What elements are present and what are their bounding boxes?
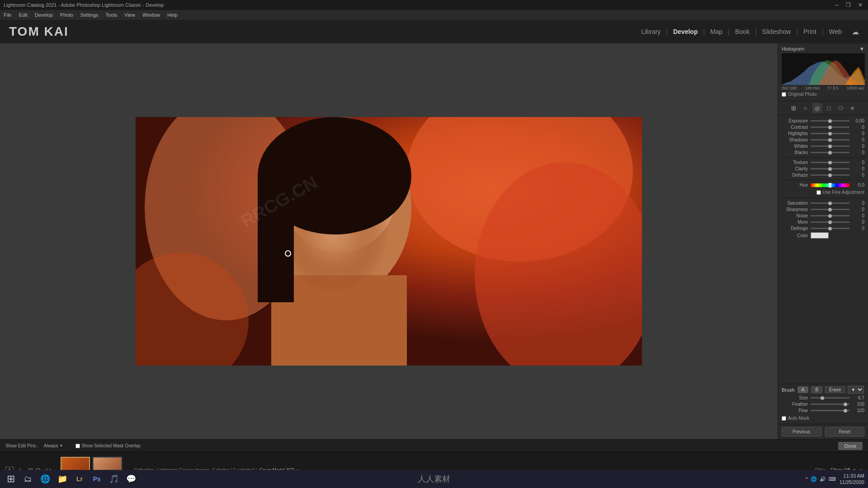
original-photo-checkbox[interactable] bbox=[782, 92, 786, 97]
contrast-slider[interactable] bbox=[811, 127, 849, 128]
minimize-button[interactable]: ─ bbox=[833, 2, 840, 8]
highlights-slider[interactable] bbox=[811, 133, 849, 134]
brush-a-button[interactable]: A bbox=[797, 386, 809, 393]
nav-web[interactable]: Web bbox=[825, 28, 845, 35]
mask-overlay-checkbox[interactable] bbox=[75, 444, 80, 448]
auto-mask-checkbox[interactable] bbox=[782, 416, 786, 421]
saturation-slider[interactable] bbox=[811, 202, 849, 204]
highlights-row: Highlights 0 bbox=[782, 131, 864, 136]
texture-value: 0 bbox=[852, 160, 864, 165]
window-controls[interactable]: ─ ❐ ✕ bbox=[833, 2, 864, 8]
taskbar-music-icon[interactable]: 🎵 bbox=[107, 472, 121, 486]
more-slider[interactable] bbox=[811, 221, 849, 223]
hue-slider[interactable] bbox=[811, 183, 849, 187]
nav-map[interactable]: Map bbox=[707, 28, 726, 35]
menu-window[interactable]: Window bbox=[142, 12, 160, 18]
color-swatch[interactable] bbox=[811, 232, 829, 239]
brush-title: Brush bbox=[782, 387, 795, 393]
tray-network-icon[interactable]: 🌐 bbox=[811, 476, 817, 482]
texture-label: Texture bbox=[782, 160, 808, 165]
time-block[interactable]: 11:33 AM 11/25/2020 bbox=[840, 473, 864, 486]
menu-file[interactable]: File bbox=[4, 12, 12, 18]
tool-heal[interactable]: ○ bbox=[801, 103, 811, 113]
taskbar-browser-icon[interactable]: 🌐 bbox=[38, 472, 52, 486]
previous-button[interactable]: Previous bbox=[782, 427, 821, 436]
whites-row: Whites 0 bbox=[782, 144, 864, 149]
brush-flow-slider[interactable] bbox=[811, 410, 849, 411]
menu-view[interactable]: View bbox=[124, 12, 135, 18]
taskbar-folder-icon[interactable]: 📁 bbox=[55, 472, 70, 486]
brush-size-slider[interactable] bbox=[811, 397, 849, 399]
start-button[interactable]: ⊞ bbox=[4, 472, 18, 486]
svg-rect-10 bbox=[258, 176, 294, 302]
brush-flow-label: Flow bbox=[782, 408, 808, 413]
menu-tools[interactable]: Tools bbox=[106, 12, 118, 18]
whites-label: Whites bbox=[782, 144, 808, 149]
taskbar-lightroom-icon[interactable]: Lr bbox=[72, 472, 87, 486]
shadows-label: Shadows bbox=[782, 137, 808, 142]
done-button[interactable]: Done bbox=[838, 442, 863, 450]
menu-bar: File Edit Develop Photo Settings Tools V… bbox=[0, 10, 868, 20]
tool-tone[interactable]: ≡ bbox=[848, 103, 858, 113]
menu-edit[interactable]: Edit bbox=[19, 12, 28, 18]
tool-grad[interactable]: □ bbox=[824, 103, 834, 113]
window-title: Lightroom Catalog 2021 - Adobe Photoshop… bbox=[4, 2, 164, 8]
tray-sound-icon[interactable]: 🔊 bbox=[820, 476, 826, 482]
nav-book[interactable]: Book bbox=[731, 28, 753, 35]
edit-pin[interactable] bbox=[285, 250, 291, 257]
bottom-toolbar: Show Edit Pins : Always ▼ Show Selected … bbox=[0, 439, 868, 452]
noise-slider[interactable] bbox=[811, 215, 849, 216]
taskbar-chat-icon[interactable]: 💬 bbox=[124, 472, 138, 486]
menu-settings[interactable]: Settings bbox=[80, 12, 99, 18]
menu-photo[interactable]: Photo bbox=[60, 12, 73, 18]
photo-canvas[interactable]: RRCG.CN bbox=[136, 117, 642, 366]
tool-crop[interactable]: ⊞ bbox=[789, 103, 799, 113]
always-dropdown[interactable]: Always ▼ bbox=[44, 443, 63, 448]
close-button[interactable]: ✕ bbox=[856, 2, 864, 8]
tool-brush[interactable]: ⬭ bbox=[836, 103, 846, 113]
defringe-slider[interactable] bbox=[811, 228, 849, 229]
brush-b-button[interactable]: B bbox=[811, 386, 822, 393]
more-value: 0 bbox=[852, 220, 864, 225]
shutter-info: 1/500 sec bbox=[847, 86, 864, 90]
tray-arrow[interactable]: ^ bbox=[806, 476, 808, 482]
highlights-value: 0 bbox=[852, 131, 864, 136]
photo-area[interactable]: RRCG.CN bbox=[0, 43, 778, 439]
histogram-header: Histogram ▼ bbox=[782, 46, 864, 52]
taskbar-photoshop-icon[interactable]: Ps bbox=[90, 472, 104, 486]
exposure-slider[interactable] bbox=[811, 120, 849, 122]
nav-slideshow[interactable]: Slideshow bbox=[759, 28, 795, 35]
noise-row: Noise 0 bbox=[782, 213, 864, 218]
menu-develop[interactable]: Develop bbox=[35, 12, 53, 18]
fine-adjustment-checkbox[interactable] bbox=[816, 190, 821, 195]
tool-radial[interactable]: ◎ bbox=[812, 103, 822, 113]
cloud-icon[interactable]: ☁ bbox=[852, 28, 859, 36]
dehaze-slider[interactable] bbox=[811, 174, 849, 176]
texture-slider[interactable] bbox=[811, 162, 849, 163]
clarity-label: Clarity bbox=[782, 166, 808, 171]
brush-dropdown[interactable]: ▼ bbox=[848, 386, 864, 394]
reset-button[interactable]: Reset bbox=[825, 427, 865, 436]
nav-library[interactable]: Library bbox=[638, 28, 665, 35]
shadows-slider[interactable] bbox=[811, 139, 849, 141]
brush-erase-button[interactable]: Erase bbox=[825, 386, 845, 393]
menu-help[interactable]: Help bbox=[167, 12, 178, 18]
tray-keyboard-icon[interactable]: ⌨ bbox=[829, 476, 836, 482]
brush-header: Brush A B Erase ▼ bbox=[782, 386, 864, 394]
blacks-slider[interactable] bbox=[811, 152, 849, 153]
show-edit-pins-label: Show Edit Pins : bbox=[5, 443, 38, 448]
brush-feather-label: Feather bbox=[782, 402, 808, 407]
saturation-value: 0 bbox=[852, 201, 864, 206]
brush-feather-slider[interactable] bbox=[811, 404, 849, 405]
clarity-slider[interactable] bbox=[811, 168, 849, 169]
taskbar-file-icon[interactable]: 🗂 bbox=[21, 472, 35, 486]
sharpness-slider[interactable] bbox=[811, 209, 849, 210]
brush-size-row: Size 6.7 bbox=[782, 395, 864, 400]
whites-slider[interactable] bbox=[811, 145, 849, 147]
nav-print[interactable]: Print bbox=[800, 28, 820, 35]
auto-mask-label: Auto Mask bbox=[788, 416, 809, 421]
exposure-label: Exposure bbox=[782, 118, 808, 123]
nav-develop[interactable]: Develop bbox=[670, 28, 701, 35]
histogram-dropdown-icon[interactable]: ▼ bbox=[859, 46, 864, 52]
restore-button[interactable]: ❐ bbox=[844, 2, 853, 8]
